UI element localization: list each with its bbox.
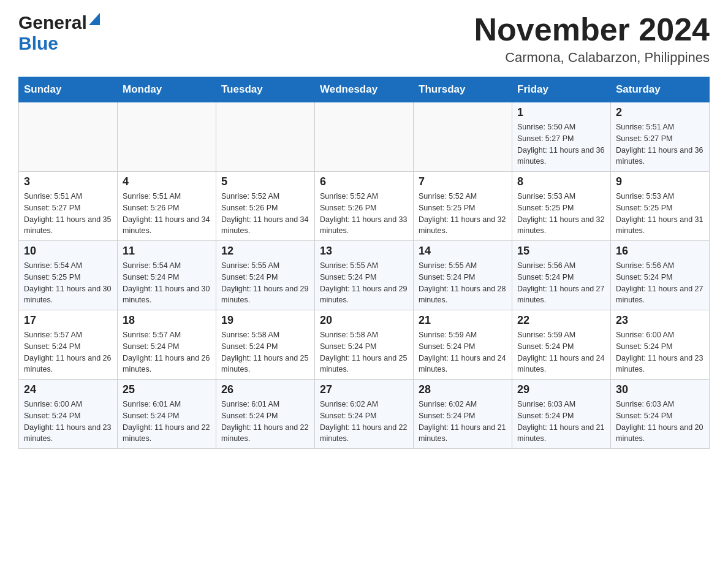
calendar-cell: 21Sunrise: 5:59 AMSunset: 5:24 PMDayligh… — [414, 310, 512, 380]
day-info: Sunrise: 5:57 AMSunset: 5:24 PMDaylight:… — [123, 329, 211, 375]
calendar-cell: 27Sunrise: 6:02 AMSunset: 5:24 PMDayligh… — [315, 380, 414, 449]
calendar-week-row: 24Sunrise: 6:00 AMSunset: 5:24 PMDayligh… — [19, 380, 710, 449]
calendar-week-row: 1Sunrise: 5:50 AMSunset: 5:27 PMDaylight… — [19, 102, 710, 172]
day-number: 18 — [123, 314, 211, 327]
day-info: Sunrise: 6:00 AMSunset: 5:24 PMDaylight:… — [24, 399, 112, 445]
calendar-cell: 30Sunrise: 6:03 AMSunset: 5:24 PMDayligh… — [611, 380, 710, 449]
calendar-cell: 15Sunrise: 5:56 AMSunset: 5:24 PMDayligh… — [512, 241, 611, 310]
day-info: Sunrise: 6:00 AMSunset: 5:24 PMDaylight:… — [616, 329, 704, 375]
day-info: Sunrise: 5:54 AMSunset: 5:24 PMDaylight:… — [123, 260, 211, 306]
calendar-cell: 12Sunrise: 5:55 AMSunset: 5:24 PMDayligh… — [216, 241, 315, 310]
page-subtitle: Carmona, Calabarzon, Philippines — [474, 50, 710, 66]
day-number: 12 — [221, 245, 309, 258]
day-number: 3 — [24, 175, 112, 188]
page-title: November 2024 — [474, 12, 710, 47]
calendar-cell: 13Sunrise: 5:55 AMSunset: 5:24 PMDayligh… — [315, 241, 414, 310]
day-info: Sunrise: 5:56 AMSunset: 5:24 PMDaylight:… — [616, 260, 704, 306]
title-block: November 2024 Carmona, Calabarzon, Phili… — [474, 12, 710, 66]
calendar-cell: 14Sunrise: 5:55 AMSunset: 5:24 PMDayligh… — [414, 241, 512, 310]
svg-marker-0 — [89, 13, 100, 25]
day-number: 8 — [517, 175, 605, 188]
day-header-friday: Friday — [512, 77, 611, 102]
day-number: 6 — [320, 175, 408, 188]
day-number: 14 — [419, 245, 507, 258]
day-header-wednesday: Wednesday — [315, 77, 414, 102]
calendar-cell: 11Sunrise: 5:54 AMSunset: 5:24 PMDayligh… — [118, 241, 216, 310]
calendar-cell: 18Sunrise: 5:57 AMSunset: 5:24 PMDayligh… — [118, 310, 216, 380]
day-info: Sunrise: 5:56 AMSunset: 5:24 PMDaylight:… — [517, 260, 605, 306]
day-number: 4 — [123, 175, 211, 188]
calendar-cell: 2Sunrise: 5:51 AMSunset: 5:27 PMDaylight… — [611, 102, 710, 172]
day-number: 24 — [24, 383, 112, 396]
day-number: 27 — [320, 383, 408, 396]
day-info: Sunrise: 5:59 AMSunset: 5:24 PMDaylight:… — [419, 329, 507, 375]
day-info: Sunrise: 5:53 AMSunset: 5:25 PMDaylight:… — [616, 191, 704, 237]
calendar-week-row: 17Sunrise: 5:57 AMSunset: 5:24 PMDayligh… — [19, 310, 710, 380]
day-header-thursday: Thursday — [414, 77, 512, 102]
calendar-cell: 17Sunrise: 5:57 AMSunset: 5:24 PMDayligh… — [19, 310, 118, 380]
day-number: 28 — [419, 383, 507, 396]
calendar-cell: 3Sunrise: 5:51 AMSunset: 5:27 PMDaylight… — [19, 172, 118, 241]
day-info: Sunrise: 6:03 AMSunset: 5:24 PMDaylight:… — [517, 399, 605, 445]
calendar-cell: 22Sunrise: 5:59 AMSunset: 5:24 PMDayligh… — [512, 310, 611, 380]
calendar-week-row: 10Sunrise: 5:54 AMSunset: 5:25 PMDayligh… — [19, 241, 710, 310]
day-number: 21 — [419, 314, 507, 327]
day-number: 20 — [320, 314, 408, 327]
calendar-cell: 6Sunrise: 5:52 AMSunset: 5:26 PMDaylight… — [315, 172, 414, 241]
calendar-cell — [19, 102, 118, 172]
day-info: Sunrise: 5:52 AMSunset: 5:25 PMDaylight:… — [419, 191, 507, 237]
calendar-week-row: 3Sunrise: 5:51 AMSunset: 5:27 PMDaylight… — [19, 172, 710, 241]
calendar-cell: 23Sunrise: 6:00 AMSunset: 5:24 PMDayligh… — [611, 310, 710, 380]
day-header-sunday: Sunday — [19, 77, 118, 102]
day-number: 5 — [221, 175, 309, 188]
calendar-cell: 1Sunrise: 5:50 AMSunset: 5:27 PMDaylight… — [512, 102, 611, 172]
day-info: Sunrise: 5:50 AMSunset: 5:27 PMDaylight:… — [517, 121, 605, 167]
day-info: Sunrise: 6:02 AMSunset: 5:24 PMDaylight:… — [419, 399, 507, 445]
day-info: Sunrise: 5:55 AMSunset: 5:24 PMDaylight:… — [419, 260, 507, 306]
day-info: Sunrise: 5:55 AMSunset: 5:24 PMDaylight:… — [320, 260, 408, 306]
day-number: 26 — [221, 383, 309, 396]
day-info: Sunrise: 5:58 AMSunset: 5:24 PMDaylight:… — [221, 329, 309, 375]
day-info: Sunrise: 6:01 AMSunset: 5:24 PMDaylight:… — [221, 399, 309, 445]
day-info: Sunrise: 6:02 AMSunset: 5:24 PMDaylight:… — [320, 399, 408, 445]
calendar-cell: 4Sunrise: 5:51 AMSunset: 5:26 PMDaylight… — [118, 172, 216, 241]
day-info: Sunrise: 5:54 AMSunset: 5:25 PMDaylight:… — [24, 260, 112, 306]
day-number: 30 — [616, 383, 704, 396]
day-number: 1 — [517, 106, 605, 119]
day-number: 19 — [221, 314, 309, 327]
logo-blue-text: Blue — [18, 33, 58, 54]
calendar-cell: 7Sunrise: 5:52 AMSunset: 5:25 PMDaylight… — [414, 172, 512, 241]
day-info: Sunrise: 5:52 AMSunset: 5:26 PMDaylight:… — [320, 191, 408, 237]
calendar-cell — [216, 102, 315, 172]
calendar-cell: 29Sunrise: 6:03 AMSunset: 5:24 PMDayligh… — [512, 380, 611, 449]
day-header-saturday: Saturday — [611, 77, 710, 102]
logo-general-text: General — [18, 12, 87, 33]
day-info: Sunrise: 5:59 AMSunset: 5:24 PMDaylight:… — [517, 329, 605, 375]
calendar-cell: 24Sunrise: 6:00 AMSunset: 5:24 PMDayligh… — [19, 380, 118, 449]
calendar-cell: 8Sunrise: 5:53 AMSunset: 5:25 PMDaylight… — [512, 172, 611, 241]
calendar-header-row: SundayMondayTuesdayWednesdayThursdayFrid… — [19, 77, 710, 102]
calendar-cell: 25Sunrise: 6:01 AMSunset: 5:24 PMDayligh… — [118, 380, 216, 449]
day-number: 2 — [616, 106, 704, 119]
day-info: Sunrise: 5:57 AMSunset: 5:24 PMDaylight:… — [24, 329, 112, 375]
day-info: Sunrise: 5:58 AMSunset: 5:24 PMDaylight:… — [320, 329, 408, 375]
day-number: 17 — [24, 314, 112, 327]
day-info: Sunrise: 6:01 AMSunset: 5:24 PMDaylight:… — [123, 399, 211, 445]
calendar-cell: 10Sunrise: 5:54 AMSunset: 5:25 PMDayligh… — [19, 241, 118, 310]
day-number: 25 — [123, 383, 211, 396]
day-info: Sunrise: 5:53 AMSunset: 5:25 PMDaylight:… — [517, 191, 605, 237]
calendar-cell — [118, 102, 216, 172]
day-number: 23 — [616, 314, 704, 327]
logo-arrow-icon — [89, 13, 100, 28]
calendar-table: SundayMondayTuesdayWednesdayThursdayFrid… — [18, 77, 710, 449]
day-info: Sunrise: 5:51 AMSunset: 5:27 PMDaylight:… — [24, 191, 112, 237]
calendar-cell: 16Sunrise: 5:56 AMSunset: 5:24 PMDayligh… — [611, 241, 710, 310]
calendar-cell: 9Sunrise: 5:53 AMSunset: 5:25 PMDaylight… — [611, 172, 710, 241]
calendar-cell — [315, 102, 414, 172]
day-info: Sunrise: 5:52 AMSunset: 5:26 PMDaylight:… — [221, 191, 309, 237]
day-info: Sunrise: 5:51 AMSunset: 5:26 PMDaylight:… — [123, 191, 211, 237]
day-info: Sunrise: 5:51 AMSunset: 5:27 PMDaylight:… — [616, 121, 704, 167]
day-number: 9 — [616, 175, 704, 188]
day-number: 11 — [123, 245, 211, 258]
day-number: 15 — [517, 245, 605, 258]
